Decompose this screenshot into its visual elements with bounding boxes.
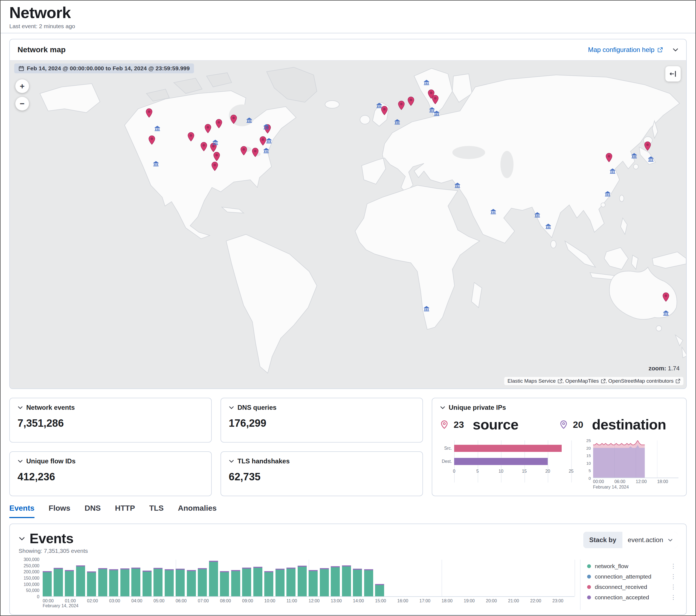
histogram-bar[interactable]	[375, 584, 384, 596]
attribution-link[interactable]: , OpenStreetMap contributors	[605, 378, 680, 384]
map-host-marker[interactable]	[433, 110, 440, 116]
histogram-bar[interactable]	[65, 570, 74, 596]
histogram-bar[interactable]	[264, 571, 273, 596]
histogram-bar[interactable]	[331, 566, 340, 596]
map-pin-marker[interactable]	[398, 101, 405, 110]
histogram-bar[interactable]	[121, 568, 129, 596]
histogram-bar[interactable]	[43, 571, 52, 596]
map-date-range-badge[interactable]: Feb 14, 2024 @ 00:00:00.000 to Feb 14, 2…	[14, 63, 194, 73]
attribution-link[interactable]: Elastic Maps Service	[507, 378, 562, 384]
histogram-bar[interactable]	[187, 570, 196, 596]
legend-menu-icon[interactable]: ⋮	[670, 595, 676, 600]
map-pin-marker[interactable]	[148, 136, 155, 145]
map-host-marker[interactable]	[663, 310, 669, 316]
tab-anomalies[interactable]: Anomalies	[178, 504, 217, 518]
histogram-bar[interactable]	[87, 571, 96, 596]
histogram-bar[interactable]	[342, 565, 351, 596]
histogram-bar[interactable]	[131, 568, 140, 596]
map-host-marker[interactable]	[424, 305, 429, 312]
bar[interactable]	[454, 445, 562, 452]
map-host-marker[interactable]	[153, 161, 159, 167]
histogram-bar[interactable]	[143, 571, 152, 596]
histogram-bar[interactable]	[364, 569, 373, 596]
map-configuration-help-link[interactable]: Map configuration help	[588, 46, 663, 53]
attribution-link[interactable]: , OpenMapTiles	[562, 378, 605, 384]
map-pin-marker[interactable]	[215, 119, 222, 128]
histogram-bar[interactable]	[198, 568, 207, 596]
map-host-marker[interactable]	[534, 212, 540, 218]
histogram-bar[interactable]	[176, 569, 185, 596]
histogram-bar[interactable]	[320, 568, 329, 596]
map-host-marker[interactable]	[545, 223, 551, 229]
zoom-in-button[interactable]: +	[15, 79, 29, 93]
map-host-marker[interactable]	[455, 182, 460, 188]
map-host-marker[interactable]	[605, 191, 611, 197]
map-pin-marker[interactable]	[200, 142, 207, 151]
map-pin-marker[interactable]	[213, 152, 220, 161]
histogram-bar[interactable]	[53, 568, 63, 596]
chevron-down-icon[interactable]	[17, 405, 23, 410]
tab-tls[interactable]: TLS	[149, 504, 163, 518]
chevron-down-icon[interactable]	[17, 458, 23, 464]
map-pin-marker[interactable]	[407, 97, 414, 106]
map-pin-marker[interactable]	[644, 141, 651, 151]
map-pin-marker[interactable]	[662, 293, 669, 302]
map-pin-marker[interactable]	[187, 132, 194, 141]
map-host-marker[interactable]	[648, 156, 654, 162]
map-pin-marker[interactable]	[230, 115, 237, 124]
histogram-bar[interactable]	[275, 569, 285, 596]
histogram-bar[interactable]	[98, 568, 107, 596]
map-pin-marker[interactable]	[145, 108, 153, 117]
map-host-marker[interactable]	[212, 139, 218, 145]
tab-http[interactable]: HTTP	[115, 504, 135, 518]
map-host-marker[interactable]	[610, 168, 616, 174]
map-host-marker[interactable]	[263, 124, 269, 130]
map-pin-marker[interactable]	[211, 162, 218, 171]
map-legend-toggle-button[interactable]	[665, 66, 681, 81]
map-host-marker[interactable]	[154, 125, 160, 131]
chevron-down-icon[interactable]	[229, 405, 234, 410]
legend-item-network_flow[interactable]: network_flow⋮	[587, 562, 676, 571]
map-host-marker[interactable]	[490, 208, 496, 215]
legend-item-connection_accepted[interactable]: connection_accepted⋮	[587, 593, 676, 602]
histogram-bar[interactable]	[220, 571, 229, 596]
map-host-marker[interactable]	[424, 79, 429, 85]
map-pin-marker[interactable]	[605, 153, 613, 162]
map-panel-collapse-button[interactable]	[673, 47, 679, 53]
map-host-marker[interactable]	[376, 102, 382, 108]
legend-menu-icon[interactable]: ⋮	[670, 584, 676, 590]
histogram-bar[interactable]	[76, 565, 85, 596]
legend-item-disconnect_received[interactable]: disconnect_received⋮	[587, 583, 676, 591]
map-host-marker[interactable]	[246, 117, 252, 123]
stack-by-control[interactable]: Stack by event.action	[583, 532, 677, 548]
chevron-down-icon[interactable]	[229, 458, 234, 464]
bar[interactable]	[454, 458, 548, 465]
map-host-marker[interactable]	[631, 153, 637, 159]
map-host-marker[interactable]	[266, 138, 272, 144]
tab-flows[interactable]: Flows	[49, 504, 70, 518]
histogram-bar[interactable]	[242, 568, 251, 596]
map-pin-marker[interactable]	[259, 136, 267, 145]
stack-by-select[interactable]: event.action	[622, 532, 677, 548]
zoom-out-button[interactable]: −	[15, 97, 29, 111]
legend-item-connection_attempted[interactable]: connection_attempted⋮	[587, 572, 676, 581]
tab-dns[interactable]: DNS	[84, 504, 101, 518]
map-host-marker[interactable]	[394, 119, 400, 125]
network-map[interactable]: Feb 14, 2024 @ 00:00:00.000 to Feb 14, 2…	[10, 60, 686, 389]
histogram-bar[interactable]	[165, 569, 174, 596]
histogram-bar[interactable]	[231, 570, 240, 596]
chevron-down-icon[interactable]	[440, 405, 445, 410]
legend-menu-icon[interactable]: ⋮	[670, 573, 676, 580]
histogram-bar[interactable]	[253, 567, 263, 596]
histogram-bar[interactable]	[154, 568, 162, 596]
map-pin-marker[interactable]	[204, 124, 211, 133]
histogram-bar[interactable]	[109, 569, 118, 596]
map-pin-marker[interactable]	[432, 95, 439, 104]
tab-events[interactable]: Events	[9, 504, 34, 518]
map-pin-marker[interactable]	[240, 146, 247, 155]
histogram-bar[interactable]	[286, 568, 296, 596]
histogram-bar[interactable]	[353, 569, 362, 596]
histogram-bar[interactable]	[309, 570, 318, 596]
map-pin-marker[interactable]	[252, 148, 259, 157]
chevron-down-icon[interactable]	[19, 535, 25, 542]
